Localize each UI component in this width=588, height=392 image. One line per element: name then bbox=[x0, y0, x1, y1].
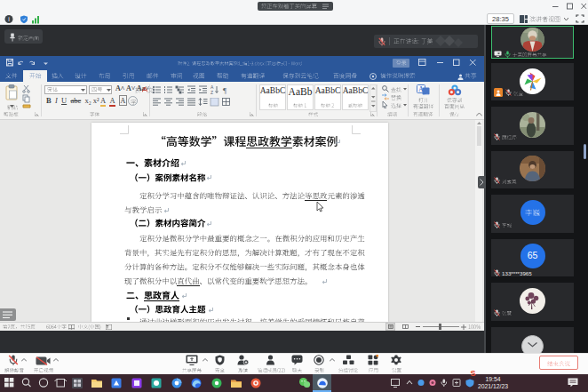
svg-text:¶: ¶ bbox=[223, 86, 226, 94]
svg-text:Z: Z bbox=[211, 90, 213, 95]
